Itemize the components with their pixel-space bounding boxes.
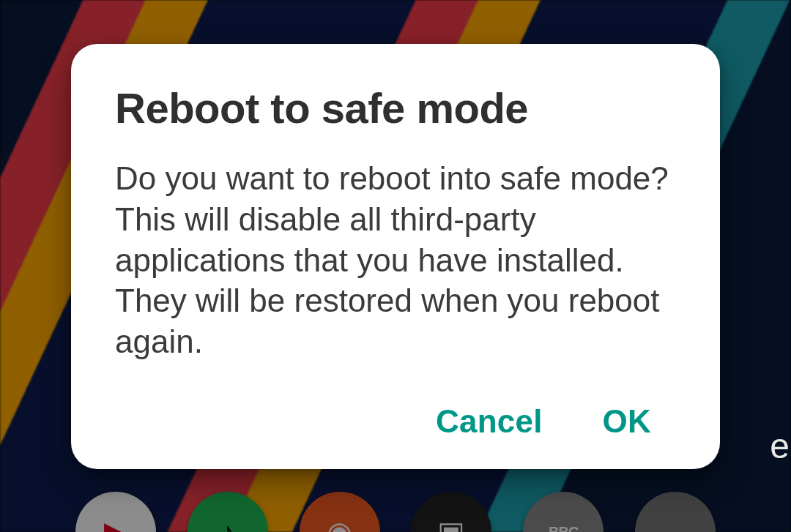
dock-app-icon: [635, 492, 716, 532]
dock-app-icon: ▣: [411, 492, 491, 532]
cancel-button[interactable]: Cancel: [431, 396, 547, 447]
home-dock: ▶ ♪ ◉ ▣ BBC: [0, 492, 791, 532]
background-partial-text: e: [770, 426, 790, 466]
ok-button[interactable]: OK: [598, 396, 656, 447]
dock-app-icon: BBC: [523, 492, 604, 532]
safe-mode-dialog: Reboot to safe mode Do you want to reboo…: [71, 44, 720, 469]
dock-app-icon: ▶: [75, 492, 156, 532]
dialog-actions: Cancel OK: [115, 396, 676, 447]
dialog-body: Do you want to reboot into safe mode? Th…: [115, 158, 676, 362]
dialog-title: Reboot to safe mode: [115, 85, 676, 132]
dock-app-icon: ♪: [187, 492, 268, 532]
dock-app-icon: ◉: [300, 492, 380, 532]
